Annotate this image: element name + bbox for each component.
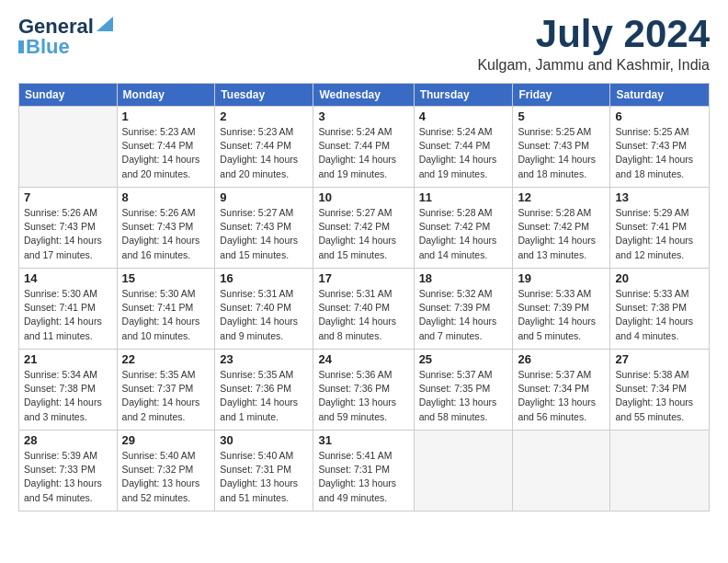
calendar-header-row: Sunday Monday Tuesday Wednesday Thursday…: [19, 84, 710, 107]
day-number: 12: [518, 190, 605, 204]
calendar-cell: 27Sunrise: 5:38 AM Sunset: 7:34 PM Dayli…: [610, 350, 710, 431]
calendar-cell: 17Sunrise: 5:31 AM Sunset: 7:40 PM Dayli…: [313, 269, 414, 350]
day-detail: Sunrise: 5:31 AM Sunset: 7:40 PM Dayligh…: [220, 287, 308, 343]
calendar-cell: 1Sunrise: 5:23 AM Sunset: 7:44 PM Daylig…: [117, 107, 215, 188]
day-number: 9: [220, 190, 308, 204]
day-detail: Sunrise: 5:38 AM Sunset: 7:34 PM Dayligh…: [615, 368, 704, 424]
day-number: 31: [318, 433, 408, 447]
day-detail: Sunrise: 5:28 AM Sunset: 7:42 PM Dayligh…: [518, 206, 605, 262]
day-detail: Sunrise: 5:36 AM Sunset: 7:36 PM Dayligh…: [318, 368, 408, 424]
calendar-cell: 23Sunrise: 5:35 AM Sunset: 7:36 PM Dayli…: [215, 350, 313, 431]
col-sunday: Sunday: [19, 84, 118, 107]
calendar-cell: 9Sunrise: 5:27 AM Sunset: 7:43 PM Daylig…: [215, 188, 313, 269]
calendar-cell: 14Sunrise: 5:30 AM Sunset: 7:41 PM Dayli…: [19, 269, 118, 350]
svg-marker-0: [97, 17, 113, 31]
day-detail: Sunrise: 5:23 AM Sunset: 7:44 PM Dayligh…: [122, 125, 210, 181]
day-number: 1: [122, 109, 210, 123]
calendar-cell: 20Sunrise: 5:33 AM Sunset: 7:38 PM Dayli…: [610, 269, 710, 350]
title-section: July 2024 Kulgam, Jammu and Kashmir, Ind…: [477, 15, 710, 74]
day-number: 22: [122, 352, 210, 366]
day-number: 19: [518, 271, 605, 285]
calendar-cell: [19, 107, 118, 188]
day-detail: Sunrise: 5:24 AM Sunset: 7:44 PM Dayligh…: [419, 125, 508, 181]
calendar-week-row: 21Sunrise: 5:34 AM Sunset: 7:38 PM Dayli…: [19, 350, 710, 431]
day-number: 17: [318, 271, 408, 285]
header: General Blue July 2024 Kulgam, Jammu and…: [18, 15, 710, 74]
calendar-cell: 16Sunrise: 5:31 AM Sunset: 7:40 PM Dayli…: [215, 269, 313, 350]
day-detail: Sunrise: 5:37 AM Sunset: 7:34 PM Dayligh…: [518, 368, 605, 424]
day-detail: Sunrise: 5:27 AM Sunset: 7:43 PM Dayligh…: [220, 206, 308, 262]
calendar-cell: 3Sunrise: 5:24 AM Sunset: 7:44 PM Daylig…: [313, 107, 414, 188]
logo: General Blue: [18, 15, 115, 59]
day-number: 21: [24, 352, 112, 366]
calendar-week-row: 7Sunrise: 5:26 AM Sunset: 7:43 PM Daylig…: [19, 188, 710, 269]
col-tuesday: Tuesday: [215, 84, 313, 107]
day-number: 23: [220, 352, 308, 366]
day-number: 20: [615, 271, 704, 285]
calendar-cell: 10Sunrise: 5:27 AM Sunset: 7:42 PM Dayli…: [313, 188, 414, 269]
calendar: Sunday Monday Tuesday Wednesday Thursday…: [18, 83, 710, 511]
day-detail: Sunrise: 5:39 AM Sunset: 7:33 PM Dayligh…: [24, 449, 112, 505]
calendar-cell: 15Sunrise: 5:30 AM Sunset: 7:41 PM Dayli…: [117, 269, 215, 350]
calendar-cell: 25Sunrise: 5:37 AM Sunset: 7:35 PM Dayli…: [414, 350, 513, 431]
day-detail: Sunrise: 5:32 AM Sunset: 7:39 PM Dayligh…: [419, 287, 508, 343]
calendar-week-row: 28Sunrise: 5:39 AM Sunset: 7:33 PM Dayli…: [19, 431, 710, 511]
logo-blue: Blue: [26, 35, 70, 59]
day-number: 30: [220, 433, 308, 447]
calendar-cell: 6Sunrise: 5:25 AM Sunset: 7:43 PM Daylig…: [610, 107, 710, 188]
day-detail: Sunrise: 5:28 AM Sunset: 7:42 PM Dayligh…: [419, 206, 508, 262]
day-number: 8: [122, 190, 210, 204]
day-detail: Sunrise: 5:25 AM Sunset: 7:43 PM Dayligh…: [615, 125, 704, 181]
day-number: 13: [615, 190, 704, 204]
day-number: 27: [615, 352, 704, 366]
logo-triangle-icon: [95, 15, 115, 35]
day-detail: Sunrise: 5:24 AM Sunset: 7:44 PM Dayligh…: [318, 125, 408, 181]
calendar-cell: 24Sunrise: 5:36 AM Sunset: 7:36 PM Dayli…: [313, 350, 414, 431]
day-detail: Sunrise: 5:40 AM Sunset: 7:31 PM Dayligh…: [220, 449, 308, 505]
day-detail: Sunrise: 5:30 AM Sunset: 7:41 PM Dayligh…: [122, 287, 210, 343]
calendar-cell: [610, 431, 710, 511]
day-detail: Sunrise: 5:26 AM Sunset: 7:43 PM Dayligh…: [122, 206, 210, 262]
day-number: 16: [220, 271, 308, 285]
calendar-cell: 18Sunrise: 5:32 AM Sunset: 7:39 PM Dayli…: [414, 269, 513, 350]
calendar-cell: 12Sunrise: 5:28 AM Sunset: 7:42 PM Dayli…: [513, 188, 610, 269]
day-number: 25: [419, 352, 508, 366]
col-saturday: Saturday: [610, 84, 710, 107]
day-number: 3: [318, 109, 408, 123]
calendar-cell: 4Sunrise: 5:24 AM Sunset: 7:44 PM Daylig…: [414, 107, 513, 188]
day-detail: Sunrise: 5:23 AM Sunset: 7:44 PM Dayligh…: [220, 125, 308, 181]
day-detail: Sunrise: 5:31 AM Sunset: 7:40 PM Dayligh…: [318, 287, 408, 343]
calendar-cell: 19Sunrise: 5:33 AM Sunset: 7:39 PM Dayli…: [513, 269, 610, 350]
calendar-week-row: 14Sunrise: 5:30 AM Sunset: 7:41 PM Dayli…: [19, 269, 710, 350]
day-number: 14: [24, 271, 112, 285]
calendar-cell: [513, 431, 610, 511]
day-detail: Sunrise: 5:25 AM Sunset: 7:43 PM Dayligh…: [518, 125, 605, 181]
day-detail: Sunrise: 5:29 AM Sunset: 7:41 PM Dayligh…: [615, 206, 704, 262]
day-number: 10: [318, 190, 408, 204]
calendar-cell: 2Sunrise: 5:23 AM Sunset: 7:44 PM Daylig…: [215, 107, 313, 188]
day-detail: Sunrise: 5:40 AM Sunset: 7:32 PM Dayligh…: [122, 449, 210, 505]
day-detail: Sunrise: 5:33 AM Sunset: 7:38 PM Dayligh…: [615, 287, 704, 343]
day-number: 7: [24, 190, 112, 204]
calendar-cell: 31Sunrise: 5:41 AM Sunset: 7:31 PM Dayli…: [313, 431, 414, 511]
day-detail: Sunrise: 5:37 AM Sunset: 7:35 PM Dayligh…: [419, 368, 508, 424]
calendar-cell: 22Sunrise: 5:35 AM Sunset: 7:37 PM Dayli…: [117, 350, 215, 431]
day-detail: Sunrise: 5:35 AM Sunset: 7:37 PM Dayligh…: [122, 368, 210, 424]
day-detail: Sunrise: 5:26 AM Sunset: 7:43 PM Dayligh…: [24, 206, 112, 262]
day-number: 5: [518, 109, 605, 123]
calendar-cell: 28Sunrise: 5:39 AM Sunset: 7:33 PM Dayli…: [19, 431, 118, 511]
col-wednesday: Wednesday: [313, 84, 414, 107]
day-number: 28: [24, 433, 112, 447]
day-number: 6: [615, 109, 704, 123]
calendar-cell: 11Sunrise: 5:28 AM Sunset: 7:42 PM Dayli…: [414, 188, 513, 269]
calendar-cell: 5Sunrise: 5:25 AM Sunset: 7:43 PM Daylig…: [513, 107, 610, 188]
calendar-cell: 30Sunrise: 5:40 AM Sunset: 7:31 PM Dayli…: [215, 431, 313, 511]
calendar-cell: 8Sunrise: 5:26 AM Sunset: 7:43 PM Daylig…: [117, 188, 215, 269]
subtitle: Kulgam, Jammu and Kashmir, India: [477, 57, 710, 74]
calendar-cell: [414, 431, 513, 511]
main-title: July 2024: [477, 15, 710, 53]
page: General Blue July 2024 Kulgam, Jammu and…: [0, 0, 728, 521]
day-number: 26: [518, 352, 605, 366]
day-number: 24: [318, 352, 408, 366]
day-detail: Sunrise: 5:30 AM Sunset: 7:41 PM Dayligh…: [24, 287, 112, 343]
